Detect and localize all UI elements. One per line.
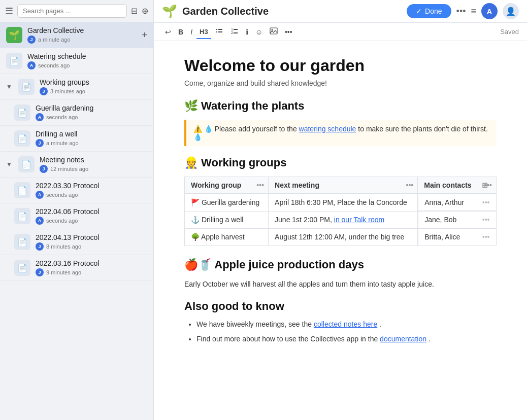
- sidebar-item-time: seconds ago: [46, 192, 78, 198]
- avatar: J: [27, 36, 36, 44]
- sidebar-item-garden-collective[interactable]: 🌱 Garden Collective J a minute ago +: [0, 22, 153, 48]
- sidebar-history-icon[interactable]: ⊕: [142, 6, 148, 16]
- info-button[interactable]: ℹ: [243, 26, 251, 38]
- sidebar-item-title: Working groups: [40, 78, 147, 86]
- svg-rect-1: [218, 29, 222, 30]
- list-item: We have biweekly meetings, see the colle…: [196, 318, 497, 331]
- svg-rect-2: [216, 31, 217, 32]
- hamburger-icon[interactable]: ☰: [5, 6, 13, 17]
- sidebar-item-protocol-20220330[interactable]: 📄 2022.03.30 Protocol A seconds ago: [0, 178, 153, 203]
- collaborators-icon[interactable]: 👤: [503, 3, 519, 19]
- watering-schedule-link[interactable]: watering schedule: [299, 125, 356, 133]
- sidebar-item-protocol-20220413[interactable]: 📄 2022.04.13 Protocol J 8 minutes ago: [0, 229, 153, 255]
- sidebar-item-time: a minute ago: [38, 37, 71, 43]
- sidebar-item-title: Meeting notes: [40, 156, 147, 164]
- documentation-link[interactable]: documentation: [380, 335, 426, 343]
- sidebar-item-time: seconds ago: [46, 114, 78, 120]
- add-page-button[interactable]: +: [142, 30, 147, 41]
- working-groups-table: Working group ••• Next meeting ••• Main …: [184, 177, 497, 246]
- avatar: J: [36, 268, 44, 276]
- sidebar-template-icon[interactable]: ⊟: [131, 6, 138, 16]
- collapse-arrow-icon[interactable]: ▼: [6, 83, 12, 90]
- table-row: 🚩 Guerilla gardening April 18th 6:30 PM,…: [185, 194, 497, 212]
- column-options-icon[interactable]: •••: [256, 181, 264, 189]
- sidebar-item-title: 2022.03.30 Protocol: [36, 182, 147, 190]
- svg-rect-0: [216, 29, 217, 30]
- more-options-icon[interactable]: •••: [456, 6, 466, 17]
- sidebar-item-icon: 📄: [14, 130, 30, 147]
- column-options-icon[interactable]: •••: [484, 181, 492, 189]
- warning-icon: ⚠️: [193, 125, 202, 133]
- h3-button[interactable]: H3: [196, 26, 211, 38]
- user-avatar[interactable]: A: [481, 3, 498, 19]
- image-button[interactable]: [267, 25, 281, 39]
- table-row: ⚓ Drilling a well June 1st 2:00 PM, in o…: [185, 211, 497, 228]
- sidebar-item-title: Garden Collective: [27, 26, 137, 34]
- svg-rect-7: [234, 32, 238, 33]
- numbered-list-button[interactable]: 1. 2.: [227, 25, 242, 39]
- avatar: A: [36, 217, 44, 225]
- svg-rect-8: [270, 28, 277, 34]
- svg-point-9: [271, 29, 273, 31]
- callout-text-after: to make sure the plants don't die of thi…: [358, 125, 488, 133]
- sidebar-item-time: 9 minutes ago: [46, 269, 81, 275]
- page-icon: 🌱: [162, 4, 177, 18]
- water-drop-end-icon: 💧: [193, 133, 202, 141]
- bold-button[interactable]: B: [175, 26, 186, 38]
- collected-notes-link[interactable]: collected notes here: [314, 320, 377, 328]
- sidebar-item-title: Guerilla gardening: [36, 104, 147, 112]
- table-of-contents-icon[interactable]: ≡: [471, 6, 476, 17]
- table-header-contacts: Main contacts ••• ⊞: [418, 177, 497, 194]
- sidebar-item-icon: 📄: [14, 260, 30, 276]
- undo-button[interactable]: ↩: [162, 26, 174, 38]
- row-options-icon[interactable]: •••: [482, 233, 490, 241]
- table-cell-group: 🚩 Guerilla gardening: [185, 194, 269, 212]
- emoji-button[interactable]: ☺: [252, 26, 266, 38]
- sidebar-item-title: 2022.03.16 Protocol: [36, 259, 147, 267]
- bullet-list-button[interactable]: [212, 25, 226, 39]
- sidebar-item-title: Drilling a well: [36, 130, 147, 138]
- sidebar-item-icon: 📄: [14, 182, 30, 198]
- table-cell-meeting: April 18th 6:30 PM, Place the la Concord…: [269, 194, 418, 212]
- sidebar-item-drilling-a-well[interactable]: 📄 Drilling a well J a minute ago: [0, 126, 153, 152]
- sidebar-item-title: Watering schedule: [27, 52, 147, 60]
- table-cell-contacts: Britta, Alice •••: [418, 228, 496, 246]
- sidebar-item-protocol-20220406[interactable]: 📄 2022.04.06 Protocol A seconds ago: [0, 203, 153, 229]
- sidebar-item-icon: 📄: [18, 79, 35, 95]
- collapse-arrow-icon[interactable]: ▼: [6, 161, 12, 168]
- sidebar-item-icon: 📄: [18, 156, 35, 172]
- sidebar-item-time: seconds ago: [38, 62, 70, 68]
- done-button[interactable]: ✓ Done: [407, 4, 451, 18]
- more-toolbar-button[interactable]: •••: [282, 26, 295, 38]
- sidebar-item-icon: 🌱: [6, 27, 22, 43]
- document-title: Welcome to our garden: [184, 56, 497, 75]
- table-cell-contacts: Anna, Arthur •••: [418, 194, 496, 211]
- italic-button[interactable]: I: [187, 26, 195, 38]
- avatar: J: [40, 87, 48, 95]
- table-cell-meeting: June 1st 2:00 PM, in our Talk room: [269, 211, 418, 228]
- topbar: 🌱 Garden Collective ✓ Done ••• ≡ A 👤: [154, 0, 527, 23]
- sidebar-item-watering-schedule[interactable]: 📄 Watering schedule A seconds ago: [0, 48, 153, 74]
- svg-rect-3: [218, 31, 222, 32]
- document-subtitle: Come, organize and build shared knowledg…: [184, 79, 497, 87]
- row-options-icon[interactable]: •••: [482, 198, 490, 206]
- apple-juice-body: Early October we will harvest all the ap…: [184, 278, 497, 290]
- sidebar-item-time: 12 minutes ago: [50, 166, 88, 172]
- page-title: Garden Collective: [182, 6, 402, 17]
- sidebar-item-protocol-20220316[interactable]: 📄 2022.03.16 Protocol J 9 minutes ago: [0, 255, 153, 281]
- callout-text-before: Please add yourself to the: [215, 125, 299, 133]
- sidebar-item-guerilla-gardening[interactable]: 📄 Guerilla gardening A seconds ago: [0, 100, 153, 126]
- sidebar-item-working-groups[interactable]: ▼ 📄 Working groups J 3 minutes ago: [0, 74, 153, 100]
- column-options-icon[interactable]: •••: [406, 181, 414, 189]
- sidebar-item-meeting-notes[interactable]: ▼ 📄 Meeting notes J 12 minutes ago: [0, 152, 153, 178]
- search-input[interactable]: [17, 4, 127, 18]
- also-good-list: We have biweekly meetings, see the colle…: [184, 318, 497, 345]
- list-item: Find out more about how to use the Colle…: [196, 333, 497, 345]
- table-cell-group: ⚓ Drilling a well: [185, 211, 269, 228]
- row-options-icon[interactable]: •••: [482, 216, 490, 224]
- talk-room-link[interactable]: in our Talk room: [334, 216, 384, 224]
- checkmark-icon: ✓: [416, 7, 422, 15]
- avatar: A: [36, 191, 44, 199]
- sidebar-item-icon: 📄: [14, 104, 30, 121]
- sidebar-item-time: seconds ago: [46, 218, 78, 224]
